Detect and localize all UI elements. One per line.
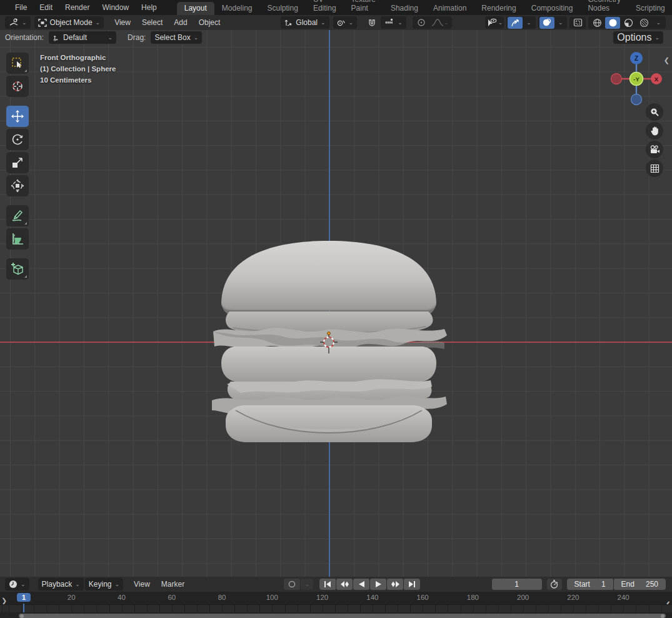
- shading-wireframe-toggle[interactable]: [589, 17, 604, 29]
- camera-view-button[interactable]: [646, 141, 663, 158]
- tab-compositing[interactable]: Compositing: [524, 2, 581, 15]
- menu-file[interactable]: File: [9, 0, 33, 15]
- orientation-global-icon: [284, 19, 293, 27]
- orientation-default-icon: [53, 34, 60, 42]
- timeline-menu-marker[interactable]: Marker: [156, 580, 190, 589]
- chevron-down-icon[interactable]: ⌄: [555, 19, 566, 26]
- tool-transform[interactable]: [6, 175, 29, 196]
- chevron-down-icon[interactable]: ⌄: [652, 19, 664, 26]
- menu-select[interactable]: Select: [136, 18, 168, 27]
- next-keyframe-button[interactable]: [387, 579, 403, 590]
- tool-annotate[interactable]: [6, 205, 29, 226]
- menu-add[interactable]: Add: [168, 18, 193, 27]
- ruler-tick-label: 60: [168, 594, 176, 601]
- playback-label: Playback: [42, 580, 73, 589]
- gizmo-axis-z-neg[interactable]: [631, 94, 642, 105]
- tool-cursor[interactable]: [6, 76, 29, 97]
- tab-layout[interactable]: Layout: [177, 2, 214, 15]
- menu-object[interactable]: Object: [193, 18, 226, 27]
- chevron-down-icon[interactable]: ⌄: [523, 19, 534, 26]
- tab-scripting[interactable]: Scripting: [628, 2, 672, 15]
- tool-settings-row: Orientation: Default ⌄ Drag: Select Box …: [5, 31, 202, 44]
- tab-sculpting[interactable]: Sculpting: [260, 2, 306, 15]
- menu-edit[interactable]: Edit: [33, 0, 59, 15]
- shading-solid-toggle[interactable]: [605, 17, 620, 29]
- menu-help[interactable]: Help: [135, 0, 163, 15]
- playhead-line: [23, 604, 24, 612]
- hand-icon: [650, 126, 659, 136]
- current-frame-field[interactable]: 1: [492, 579, 542, 590]
- tool-add-cube[interactable]: [6, 258, 29, 280]
- editor-type-selector[interactable]: ⌄: [5, 16, 31, 29]
- ruler-tick-label: 200: [517, 594, 529, 601]
- end-value: 250: [646, 580, 658, 589]
- view-label: Front Orthographic: [40, 52, 116, 63]
- play-reverse-button[interactable]: [353, 579, 369, 590]
- pan-button[interactable]: [646, 122, 663, 139]
- tab-texture-paint[interactable]: Texture Paint: [344, 0, 383, 15]
- proportional-falloff-dropdown[interactable]: ⌄: [429, 17, 451, 29]
- proportional-edit-toggle[interactable]: [414, 17, 429, 29]
- playhead-marker[interactable]: 1: [17, 593, 31, 602]
- tool-measure[interactable]: [6, 228, 29, 250]
- use-preview-range-toggle[interactable]: [547, 579, 562, 590]
- start-frame-field[interactable]: Start 1: [567, 579, 613, 590]
- tab-animation[interactable]: Animation: [426, 2, 474, 15]
- drag-orientation-dropdown[interactable]: Default ⌄: [49, 31, 116, 44]
- menu-render[interactable]: Render: [59, 0, 96, 15]
- workspace-tabs: Layout Modeling Sculpting UV Editing Tex…: [177, 0, 672, 15]
- timeline-ruler[interactable]: ❯ ❮ 20406080100120140160180200220240 1: [0, 592, 672, 618]
- shading-rendered-toggle[interactable]: [636, 17, 651, 29]
- drag-mode-dropdown[interactable]: Select Box ⌄: [151, 31, 202, 44]
- mode-dropdown[interactable]: Object Mode ⌄: [34, 16, 104, 29]
- gizmo-axis-x-neg[interactable]: [611, 74, 622, 84]
- tab-modeling[interactable]: Modeling: [214, 2, 260, 15]
- menu-window[interactable]: Window: [96, 0, 135, 15]
- tool-move[interactable]: [6, 106, 29, 127]
- shading-material-toggle[interactable]: [621, 17, 636, 29]
- jump-to-end-button[interactable]: [404, 579, 420, 590]
- end-frame-field[interactable]: End 250: [614, 579, 666, 590]
- editor-3d-viewport-icon: [9, 18, 19, 27]
- gizmo-toggle[interactable]: [508, 17, 523, 29]
- auto-keying-dropdown[interactable]: ⌄: [301, 579, 313, 590]
- play-button[interactable]: [370, 579, 386, 590]
- auto-keying-toggle[interactable]: [284, 579, 300, 590]
- snap-toggle[interactable]: [364, 17, 379, 29]
- tab-rendering[interactable]: Rendering: [474, 2, 523, 15]
- tool-select-box[interactable]: [6, 53, 29, 74]
- start-label: Start: [574, 580, 590, 589]
- tab-geometry-nodes[interactable]: Geometry Nodes: [580, 0, 628, 15]
- object-mode-icon: [38, 19, 47, 27]
- playback-dropdown[interactable]: Playback ⌄: [38, 578, 84, 590]
- ruler-tick-label: 140: [366, 594, 378, 601]
- stopwatch-icon: [550, 580, 558, 589]
- tab-uv-editing[interactable]: UV Editing: [306, 0, 344, 15]
- options-dropdown[interactable]: Options ⌄: [613, 31, 663, 44]
- show-gizmo-visibility[interactable]: ⌄: [485, 16, 504, 29]
- keying-dropdown[interactable]: Keying ⌄: [85, 578, 123, 590]
- overlays-toggle[interactable]: [539, 17, 554, 29]
- pivot-point-dropdown[interactable]: ⌄: [333, 16, 358, 29]
- tool-rotate[interactable]: [6, 129, 29, 150]
- zoom-button[interactable]: [646, 103, 663, 121]
- chevron-down-icon: ⌄: [75, 581, 80, 587]
- xray-toggle[interactable]: [569, 17, 586, 29]
- prev-keyframe-button[interactable]: [336, 579, 353, 590]
- timeline-menu-view[interactable]: View: [128, 580, 156, 589]
- timeline-editor-type-selector[interactable]: ⌄: [5, 578, 29, 590]
- tool-scale[interactable]: [6, 152, 29, 173]
- jump-to-start-button[interactable]: [319, 579, 336, 590]
- chevron-down-icon: ⌄: [21, 581, 26, 587]
- chevron-down-icon: ⌄: [115, 581, 120, 587]
- menu-view[interactable]: View: [109, 18, 136, 27]
- snap-target-dropdown[interactable]: ⌄: [381, 16, 406, 29]
- svg-text:X: X: [654, 76, 659, 83]
- timeline-scrollbar[interactable]: [19, 614, 666, 618]
- viewport-3d[interactable]: Orientation: Default ⌄ Drag: Select Box …: [0, 30, 672, 577]
- navigation-gizmo[interactable]: Z X -Y: [609, 51, 663, 111]
- sidebar-collapse-arrow[interactable]: ❮: [664, 56, 669, 64]
- ortho-toggle-button[interactable]: [646, 160, 663, 177]
- transform-orientation-dropdown[interactable]: Global ⌄: [281, 16, 329, 29]
- tab-shading[interactable]: Shading: [383, 2, 426, 15]
